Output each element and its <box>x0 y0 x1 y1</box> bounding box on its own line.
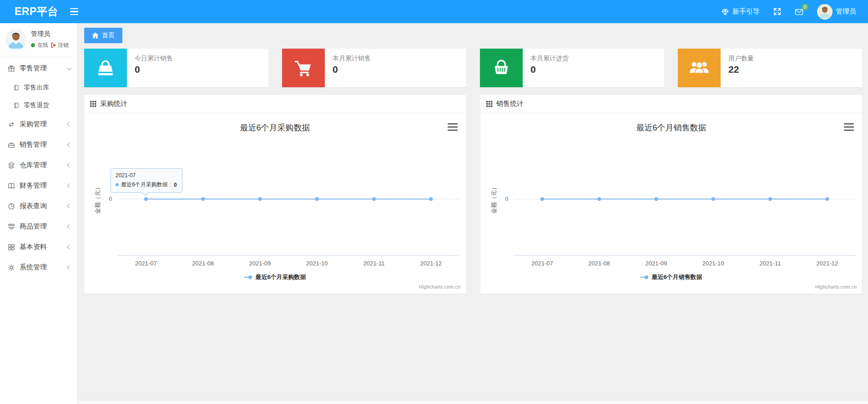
data-point[interactable] <box>429 197 433 201</box>
data-point[interactable] <box>712 197 715 201</box>
sidebar-item-goods[interactable]: 商品管理 <box>0 216 77 237</box>
x-axis-tick-label: 2021-08 <box>588 260 610 267</box>
sidebar-item-basic-data[interactable]: 基本资料 <box>0 237 77 257</box>
grid-dots-icon <box>90 101 96 107</box>
sidebar-item-label: 采购管理 <box>20 120 68 129</box>
data-point[interactable] <box>654 197 658 201</box>
tooltip-separator: : <box>170 182 172 188</box>
grid-icon <box>8 244 15 251</box>
data-point[interactable] <box>768 197 772 201</box>
sidebar-item-retail[interactable]: 零售管理 <box>0 58 77 79</box>
chart-credit[interactable]: Highcharts.com.cn <box>815 284 857 289</box>
data-point[interactable] <box>144 197 148 201</box>
sidebar-user-block: 管理员 在线 注销 <box>0 23 77 56</box>
tab-home[interactable]: 首页 <box>84 28 122 43</box>
grid-dots-icon <box>486 101 493 107</box>
x-axis-tick-label: 2021-12 <box>420 260 442 267</box>
fullscreen-button[interactable] <box>773 8 781 15</box>
stat-icon-box <box>678 49 721 87</box>
stat-text: 用户数量 22 <box>721 49 754 87</box>
chevron-left-icon <box>67 163 72 168</box>
stat-text: 本月累计进货 0 <box>523 49 569 87</box>
sidebar-item-label: 零售退货 <box>24 101 49 110</box>
footer-strip <box>78 400 868 404</box>
messages-button[interactable]: 0 <box>795 8 803 16</box>
x-axis-tick-label: 2021-11 <box>363 260 385 267</box>
navbar-right: 新手引导 0 <box>721 4 868 20</box>
briefcase-icon <box>8 141 15 149</box>
sidebar-item-system[interactable]: 系统管理 <box>0 257 77 278</box>
sidebar-item-purchase[interactable]: 采购管理 <box>0 114 77 135</box>
sales-chart: 最近6个月销售数据 金额（元） 02021-072021-082021-0920… <box>480 113 862 293</box>
gem-icon <box>721 8 729 16</box>
legend-dot-icon <box>248 275 252 279</box>
charts-row: 采购统计 最近6个月采购数据 金额（元） 02021-072021-082021… <box>84 95 862 294</box>
guide-button[interactable]: 新手引导 <box>721 7 760 16</box>
dashboard-content: 今日累计销售 0 <box>78 43 868 400</box>
stats-row: 今日累计销售 0 <box>84 49 862 87</box>
sales-stats-panel: 销售统计 最近6个月销售数据 金额（元） 02021-072021-082021… <box>480 95 862 294</box>
stat-card-month-sales: 本月累计销售 0 <box>282 49 466 87</box>
data-point[interactable] <box>372 197 376 201</box>
online-dot-icon <box>31 43 35 47</box>
stat-value: 0 <box>135 64 173 75</box>
data-point[interactable] <box>315 197 319 201</box>
sidebar-item-retail-outbound[interactable]: 零售出库 <box>0 79 77 96</box>
purchase-chart: 最近6个月采购数据 金额（元） 02021-072021-082021-0920… <box>84 113 466 293</box>
stat-value: 22 <box>728 64 754 75</box>
chevron-left-icon <box>67 122 72 127</box>
stat-label: 本月累计销售 <box>333 55 371 63</box>
legend-label: 最近6个月采购数据 <box>255 273 306 281</box>
sidebar: 管理员 在线 注销 <box>0 23 78 404</box>
user-menu[interactable]: 管理员 <box>817 4 856 20</box>
legend-item[interactable]: 最近6个月销售数据 <box>480 273 862 281</box>
user-avatar <box>5 29 26 50</box>
legend-dot-icon <box>645 275 648 279</box>
app-brand: ERP平台 <box>0 5 58 19</box>
chart-credit[interactable]: Highcharts.com.cn <box>419 284 460 289</box>
sidebar-toggle-icon[interactable] <box>70 8 78 15</box>
users-icon <box>689 58 710 79</box>
sidebar-item-sales[interactable]: 销售管理 <box>0 135 77 155</box>
sidebar-item-label: 报表查询 <box>20 202 68 210</box>
sidebar-item-label: 基本资料 <box>20 243 68 251</box>
data-point[interactable] <box>540 197 544 201</box>
legend-item[interactable]: 最近6个月采购数据 <box>84 273 466 281</box>
shopping-basket-icon <box>491 58 512 79</box>
sidebar-item-retail-return[interactable]: 零售退货 <box>0 96 77 114</box>
fullscreen-icon <box>773 8 781 15</box>
data-point[interactable] <box>597 197 601 201</box>
y-axis-tick-label: 0 <box>109 196 112 202</box>
tooltip-series-name: 最近6个月采购数据 <box>121 181 168 189</box>
chevron-down-icon <box>67 65 72 70</box>
chevron-left-icon <box>67 204 72 209</box>
y-axis-tick-label: 0 <box>505 196 508 202</box>
sidebar-item-label: 财务管理 <box>20 181 68 190</box>
sidebar-item-label: 零售管理 <box>20 64 68 73</box>
x-axis-tick-label: 2021-11 <box>760 260 781 267</box>
x-axis-tick-label: 2021-10 <box>702 260 724 267</box>
panel-header: 采购统计 <box>84 95 466 113</box>
stat-label: 用户数量 <box>728 55 754 63</box>
sidebar-item-warehouse[interactable]: 仓库管理 <box>0 155 77 175</box>
data-point[interactable] <box>825 197 829 201</box>
x-axis-tick-label: 2021-09 <box>646 260 667 267</box>
notebook-icon <box>13 85 20 91</box>
shopping-bag-icon <box>95 58 116 79</box>
layers-icon <box>8 162 15 169</box>
chevron-left-icon <box>67 245 72 249</box>
tab-bar: 首页 <box>78 23 868 43</box>
data-point[interactable] <box>258 197 262 201</box>
home-icon <box>92 32 99 39</box>
avatar <box>817 4 833 20</box>
stat-icon-box <box>480 49 523 87</box>
logout-link[interactable]: 注销 <box>50 41 69 49</box>
chevron-left-icon <box>67 224 72 229</box>
retail-submenu: 零售出库 零售退货 <box>0 79 77 114</box>
sidebar-menu: 零售管理 零售出库 <box>0 56 77 278</box>
sidebar-item-finance[interactable]: 财务管理 <box>0 175 77 196</box>
chart-tooltip: 2021-07 最近6个月采购数据: 0 <box>111 168 182 193</box>
data-point[interactable] <box>201 197 205 201</box>
sidebar-item-reports[interactable]: 报表查询 <box>0 196 77 216</box>
x-axis-tick-label: 2021-09 <box>249 260 271 267</box>
